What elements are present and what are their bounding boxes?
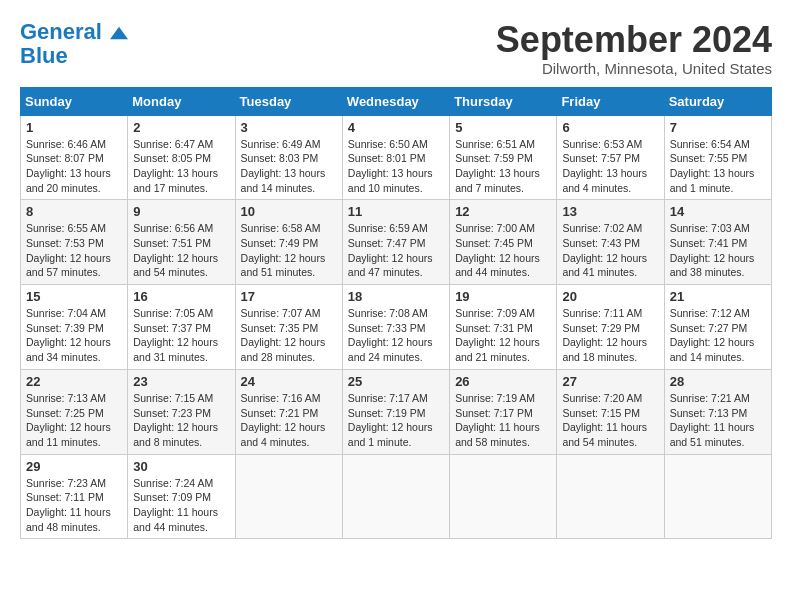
calendar-cell: 25 Sunrise: 7:17 AM Sunset: 7:19 PM Dayl… — [342, 369, 449, 454]
sunset-label: Sunset: 7:19 PM — [348, 407, 426, 419]
daylight-label: Daylight: 12 hours and 11 minutes. — [26, 421, 111, 448]
day-number: 2 — [133, 120, 229, 135]
day-number: 26 — [455, 374, 551, 389]
daylight-label: Daylight: 12 hours and 38 minutes. — [670, 252, 755, 279]
calendar-cell — [664, 454, 771, 539]
logo: General Blue — [20, 20, 128, 68]
day-info: Sunrise: 6:58 AM Sunset: 7:49 PM Dayligh… — [241, 221, 337, 280]
sunset-label: Sunset: 7:59 PM — [455, 152, 533, 164]
sunrise-label: Sunrise: 7:08 AM — [348, 307, 428, 319]
day-info: Sunrise: 6:46 AM Sunset: 8:07 PM Dayligh… — [26, 137, 122, 196]
daylight-label: Daylight: 12 hours and 28 minutes. — [241, 336, 326, 363]
sunset-label: Sunset: 7:31 PM — [455, 322, 533, 334]
sunset-label: Sunset: 7:41 PM — [670, 237, 748, 249]
daylight-label: Daylight: 11 hours and 44 minutes. — [133, 506, 218, 533]
daylight-label: Daylight: 12 hours and 31 minutes. — [133, 336, 218, 363]
day-info: Sunrise: 6:47 AM Sunset: 8:05 PM Dayligh… — [133, 137, 229, 196]
calendar-cell — [235, 454, 342, 539]
calendar-cell: 17 Sunrise: 7:07 AM Sunset: 7:35 PM Dayl… — [235, 285, 342, 370]
day-number: 17 — [241, 289, 337, 304]
daylight-label: Daylight: 12 hours and 18 minutes. — [562, 336, 647, 363]
daylight-label: Daylight: 11 hours and 51 minutes. — [670, 421, 755, 448]
calendar-cell: 11 Sunrise: 6:59 AM Sunset: 7:47 PM Dayl… — [342, 200, 449, 285]
calendar-cell: 1 Sunrise: 6:46 AM Sunset: 8:07 PM Dayli… — [21, 115, 128, 200]
calendar-cell: 15 Sunrise: 7:04 AM Sunset: 7:39 PM Dayl… — [21, 285, 128, 370]
sunset-label: Sunset: 7:35 PM — [241, 322, 319, 334]
title-section: September 2024 Dilworth, Minnesota, Unit… — [496, 20, 772, 77]
day-info: Sunrise: 7:09 AM Sunset: 7:31 PM Dayligh… — [455, 306, 551, 365]
logo-blue: Blue — [20, 43, 68, 68]
sunset-label: Sunset: 7:47 PM — [348, 237, 426, 249]
header-thursday: Thursday — [450, 87, 557, 115]
header-tuesday: Tuesday — [235, 87, 342, 115]
calendar-cell: 4 Sunrise: 6:50 AM Sunset: 8:01 PM Dayli… — [342, 115, 449, 200]
sunrise-label: Sunrise: 6:50 AM — [348, 138, 428, 150]
calendar-week-row: 8 Sunrise: 6:55 AM Sunset: 7:53 PM Dayli… — [21, 200, 772, 285]
sunset-label: Sunset: 7:27 PM — [670, 322, 748, 334]
sunset-label: Sunset: 7:57 PM — [562, 152, 640, 164]
calendar-header: Sunday Monday Tuesday Wednesday Thursday… — [21, 87, 772, 115]
calendar-cell: 9 Sunrise: 6:56 AM Sunset: 7:51 PM Dayli… — [128, 200, 235, 285]
header-row: Sunday Monday Tuesday Wednesday Thursday… — [21, 87, 772, 115]
calendar-cell: 13 Sunrise: 7:02 AM Sunset: 7:43 PM Dayl… — [557, 200, 664, 285]
sunrise-label: Sunrise: 6:51 AM — [455, 138, 535, 150]
day-number: 24 — [241, 374, 337, 389]
sunrise-label: Sunrise: 6:59 AM — [348, 222, 428, 234]
day-info: Sunrise: 7:23 AM Sunset: 7:11 PM Dayligh… — [26, 476, 122, 535]
calendar-body: 1 Sunrise: 6:46 AM Sunset: 8:07 PM Dayli… — [21, 115, 772, 539]
sunset-label: Sunset: 7:53 PM — [26, 237, 104, 249]
sunrise-label: Sunrise: 6:58 AM — [241, 222, 321, 234]
day-number: 5 — [455, 120, 551, 135]
day-number: 30 — [133, 459, 229, 474]
sunrise-label: Sunrise: 6:46 AM — [26, 138, 106, 150]
calendar-cell: 30 Sunrise: 7:24 AM Sunset: 7:09 PM Dayl… — [128, 454, 235, 539]
day-info: Sunrise: 7:12 AM Sunset: 7:27 PM Dayligh… — [670, 306, 766, 365]
daylight-label: Daylight: 12 hours and 21 minutes. — [455, 336, 540, 363]
sunset-label: Sunset: 7:23 PM — [133, 407, 211, 419]
calendar-cell: 23 Sunrise: 7:15 AM Sunset: 7:23 PM Dayl… — [128, 369, 235, 454]
daylight-label: Daylight: 12 hours and 57 minutes. — [26, 252, 111, 279]
calendar-cell: 18 Sunrise: 7:08 AM Sunset: 7:33 PM Dayl… — [342, 285, 449, 370]
daylight-label: Daylight: 13 hours and 20 minutes. — [26, 167, 111, 194]
day-number: 21 — [670, 289, 766, 304]
day-number: 7 — [670, 120, 766, 135]
calendar-cell: 2 Sunrise: 6:47 AM Sunset: 8:05 PM Dayli… — [128, 115, 235, 200]
sunrise-label: Sunrise: 6:47 AM — [133, 138, 213, 150]
day-info: Sunrise: 7:16 AM Sunset: 7:21 PM Dayligh… — [241, 391, 337, 450]
sunset-label: Sunset: 7:51 PM — [133, 237, 211, 249]
day-info: Sunrise: 7:15 AM Sunset: 7:23 PM Dayligh… — [133, 391, 229, 450]
calendar-cell: 22 Sunrise: 7:13 AM Sunset: 7:25 PM Dayl… — [21, 369, 128, 454]
sunrise-label: Sunrise: 7:02 AM — [562, 222, 642, 234]
calendar-cell: 3 Sunrise: 6:49 AM Sunset: 8:03 PM Dayli… — [235, 115, 342, 200]
sunset-label: Sunset: 7:11 PM — [26, 491, 104, 503]
day-number: 10 — [241, 204, 337, 219]
calendar-cell: 7 Sunrise: 6:54 AM Sunset: 7:55 PM Dayli… — [664, 115, 771, 200]
daylight-label: Daylight: 12 hours and 24 minutes. — [348, 336, 433, 363]
day-info: Sunrise: 7:11 AM Sunset: 7:29 PM Dayligh… — [562, 306, 658, 365]
header-sunday: Sunday — [21, 87, 128, 115]
sunset-label: Sunset: 8:01 PM — [348, 152, 426, 164]
sunset-label: Sunset: 7:55 PM — [670, 152, 748, 164]
sunrise-label: Sunrise: 7:23 AM — [26, 477, 106, 489]
header-wednesday: Wednesday — [342, 87, 449, 115]
sunset-label: Sunset: 7:17 PM — [455, 407, 533, 419]
day-number: 14 — [670, 204, 766, 219]
day-number: 6 — [562, 120, 658, 135]
day-info: Sunrise: 7:05 AM Sunset: 7:37 PM Dayligh… — [133, 306, 229, 365]
day-info: Sunrise: 7:17 AM Sunset: 7:19 PM Dayligh… — [348, 391, 444, 450]
calendar-week-row: 1 Sunrise: 6:46 AM Sunset: 8:07 PM Dayli… — [21, 115, 772, 200]
calendar-cell: 16 Sunrise: 7:05 AM Sunset: 7:37 PM Dayl… — [128, 285, 235, 370]
day-info: Sunrise: 6:51 AM Sunset: 7:59 PM Dayligh… — [455, 137, 551, 196]
calendar-cell: 20 Sunrise: 7:11 AM Sunset: 7:29 PM Dayl… — [557, 285, 664, 370]
day-info: Sunrise: 7:20 AM Sunset: 7:15 PM Dayligh… — [562, 391, 658, 450]
day-number: 29 — [26, 459, 122, 474]
daylight-label: Daylight: 13 hours and 10 minutes. — [348, 167, 433, 194]
calendar-cell: 28 Sunrise: 7:21 AM Sunset: 7:13 PM Dayl… — [664, 369, 771, 454]
sunrise-label: Sunrise: 7:13 AM — [26, 392, 106, 404]
day-number: 11 — [348, 204, 444, 219]
day-number: 22 — [26, 374, 122, 389]
calendar-cell: 24 Sunrise: 7:16 AM Sunset: 7:21 PM Dayl… — [235, 369, 342, 454]
sunrise-label: Sunrise: 7:20 AM — [562, 392, 642, 404]
header-saturday: Saturday — [664, 87, 771, 115]
calendar-cell: 27 Sunrise: 7:20 AM Sunset: 7:15 PM Dayl… — [557, 369, 664, 454]
